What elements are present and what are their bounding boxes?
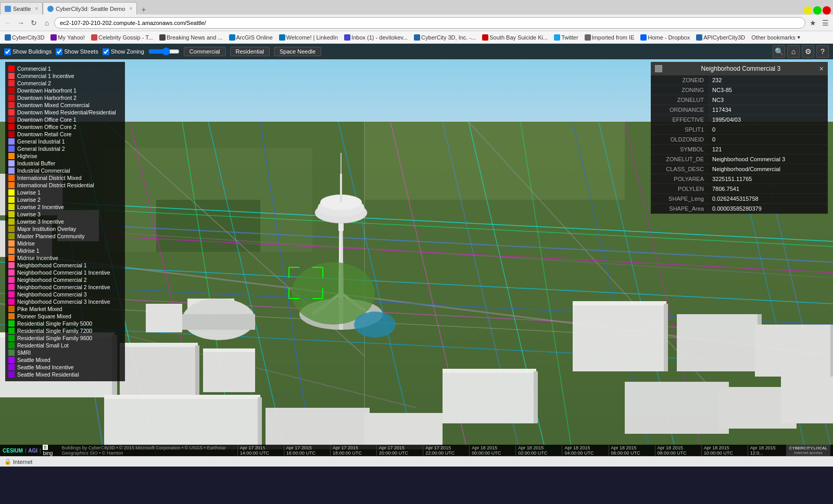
address-bar[interactable] — [54, 17, 805, 29]
legend-item[interactable]: Seattle Mixed Incentive — [8, 364, 122, 371]
zoning-opacity-slider[interactable] — [148, 48, 180, 55]
bookmark-celebrity[interactable]: Celebrity Gossip - T... — [89, 34, 156, 41]
legend-item[interactable]: Major Institution Overlay — [8, 225, 122, 232]
legend-item[interactable]: Downtown Harborfront 1 — [8, 87, 122, 94]
bookmark-inbox[interactable]: Inbox (1) - devitokev... — [342, 34, 410, 41]
legend-item[interactable]: Downtown Mixed Residential/Residential — [8, 109, 122, 116]
legend-color-swatch — [8, 197, 15, 203]
legend-item[interactable]: Residential Single Family 7200 — [8, 327, 122, 334]
reload-button[interactable]: ↻ — [28, 17, 40, 29]
bookmark-twitter[interactable]: Twitter — [551, 34, 580, 41]
tab-close-seattle[interactable]: × — [35, 6, 38, 11]
legend-item[interactable]: Neighborhood Commercial 1 Incentive — [8, 269, 122, 276]
settings-icon-button[interactable]: ⚙ — [802, 45, 814, 58]
bookmark-apicybercity[interactable]: APICyberCity3D — [693, 34, 748, 41]
legend-item[interactable]: Neighborhood Commercial 1 — [8, 262, 122, 269]
bookmark-button[interactable]: ★ — [807, 17, 818, 29]
bookmark-imported-ie[interactable]: Imported from IE — [582, 34, 637, 41]
legend-item[interactable]: SMRI — [8, 349, 122, 356]
home-icon-button[interactable]: ⌂ — [787, 45, 800, 58]
commercial-button[interactable]: Commercial — [184, 47, 226, 56]
info-panel-close-button[interactable]: × — [819, 64, 824, 73]
space-needle-button[interactable]: Space Needle — [274, 47, 321, 56]
legend-item[interactable]: Downtown Office Core 2 — [8, 123, 122, 131]
svg-rect-48 — [677, 314, 760, 371]
legend-item[interactable]: International District Residential — [8, 182, 122, 189]
svg-rect-40 — [120, 345, 198, 397]
maximize-button[interactable] — [813, 6, 822, 15]
legend-item[interactable]: Residential Single Family 5000 — [8, 320, 122, 327]
legend-item[interactable]: Downtown Harborfront 2 — [8, 94, 122, 101]
bookmark-myyahoo[interactable]: My Yahoo! — [48, 34, 87, 41]
show-zoning-checkbox[interactable]: Show Zoning — [103, 48, 144, 55]
show-streets-checkbox[interactable]: Show Streets — [56, 48, 98, 55]
legend-item[interactable]: Pioneer Square Mixed — [8, 313, 122, 320]
legend-item[interactable]: Commercial 2 — [8, 80, 122, 87]
legend-item[interactable]: International District Mixed — [8, 174, 122, 182]
legend-item[interactable]: Lowrise 3 — [8, 211, 122, 218]
legend-item[interactable]: Highrise — [8, 152, 122, 160]
back-button[interactable]: ← — [2, 17, 14, 29]
legend-item[interactable]: Residential Small Lot — [8, 342, 122, 349]
legend-color-swatch — [8, 284, 15, 290]
bookmark-cybercity3d[interactable]: CyberCity3D — [2, 34, 47, 41]
show-zoning-input[interactable] — [103, 48, 109, 55]
forward-button[interactable]: → — [15, 17, 27, 29]
info-value: Neighborhood Commercial 3 — [708, 154, 828, 164]
minimize-button[interactable] — [804, 6, 812, 15]
show-streets-input[interactable] — [56, 48, 62, 55]
bookmark-southbay[interactable]: South Bay Suicide Ki... — [479, 34, 550, 41]
legend-item[interactable]: Lowrise 1 — [8, 189, 122, 196]
bookmark-cybercity-inc[interactable]: CyberCity 3D, Inc. -... — [411, 34, 478, 41]
legend-item[interactable]: General Industrial 1 — [8, 138, 122, 145]
legend-item[interactable]: Neighborhood Commercial 3 — [8, 291, 122, 298]
legend-item[interactable]: General Industrial 2 — [8, 145, 122, 152]
legend-item[interactable]: Seattle Mixed Residential — [8, 371, 122, 378]
legend-item-label: Downtown Office Core 2 — [17, 124, 77, 130]
legend-color-swatch — [8, 299, 15, 305]
legend-item[interactable]: Seattle Mixed — [8, 356, 122, 364]
bookmark-linkedin[interactable]: Welcome! | LinkedIn — [276, 34, 340, 41]
info-key: OLDZONEID — [651, 135, 708, 145]
new-tab-button[interactable]: + — [137, 5, 150, 15]
legend-color-swatch — [8, 175, 15, 181]
map-container[interactable]: Show Buildings Show Streets Show Zoning … — [0, 44, 833, 456]
legend-item[interactable]: Lowrise 3 Incentive — [8, 218, 122, 225]
legend-item-label: Midrise Incentive — [17, 255, 58, 261]
legend-item[interactable]: Midrise Incentive — [8, 254, 122, 262]
show-buildings-checkbox[interactable]: Show Buildings — [4, 48, 52, 55]
legend-item[interactable]: Master Planned Community — [8, 232, 122, 240]
close-button[interactable] — [823, 6, 831, 15]
legend-item[interactable]: Industrial Commercial — [8, 167, 122, 174]
home-button[interactable]: ⌂ — [41, 17, 53, 29]
help-icon-button[interactable]: ? — [816, 45, 829, 58]
legend-item[interactable]: Downtown Mixed Commercial — [8, 101, 122, 109]
legend-item[interactable]: Lowrise 2 Incentive — [8, 203, 122, 211]
legend-item[interactable]: Residential Single Family 9600 — [8, 334, 122, 342]
tab-seattle[interactable]: Seattle × — [0, 2, 43, 15]
legend-item[interactable]: Commercial 1 — [8, 65, 122, 72]
tab-cybercity[interactable]: CyberCity3d: Seattle Demo × — [43, 2, 137, 15]
menu-button[interactable]: ☰ — [819, 17, 831, 29]
legend-item[interactable]: Downtown Office Core 1 — [8, 116, 122, 123]
legend-item[interactable]: Midrise — [8, 240, 122, 247]
legend-item[interactable]: Pike Market Mixed — [8, 305, 122, 313]
tab-close-cybercity[interactable]: × — [129, 6, 132, 11]
legend-item[interactable]: Neighborhood Commercial 2 — [8, 276, 122, 283]
legend-item[interactable]: Neighborhood Commercial 3 Incentive — [8, 298, 122, 305]
bookmark-other[interactable]: Other bookmarks ▼ — [749, 34, 803, 41]
legend-item[interactable]: Industrial Buffer — [8, 160, 122, 167]
legend-item[interactable]: Midrise 1 — [8, 247, 122, 254]
bookmark-dropbox[interactable]: Home - Dropbox — [638, 34, 692, 41]
bookmark-breaking[interactable]: Breaking News and ... — [157, 34, 225, 41]
show-buildings-input[interactable] — [4, 48, 11, 55]
search-icon-button[interactable]: 🔍 — [773, 45, 785, 58]
legend-item[interactable]: Downtown Retail Core — [8, 131, 122, 138]
bookmark-arcgis[interactable]: ArcGIS Online — [226, 34, 275, 41]
residential-button[interactable]: Residential — [230, 47, 270, 56]
bookmark-label-arcgis: ArcGIS Online — [236, 34, 273, 41]
info-table-row: SYMBOL 121 — [651, 145, 828, 154]
legend-item[interactable]: Lowrise 2 — [8, 196, 122, 203]
legend-item[interactable]: Commercial 1 Incentive — [8, 72, 122, 80]
legend-item[interactable]: Neighborhood Commercial 2 Incentive — [8, 283, 122, 291]
